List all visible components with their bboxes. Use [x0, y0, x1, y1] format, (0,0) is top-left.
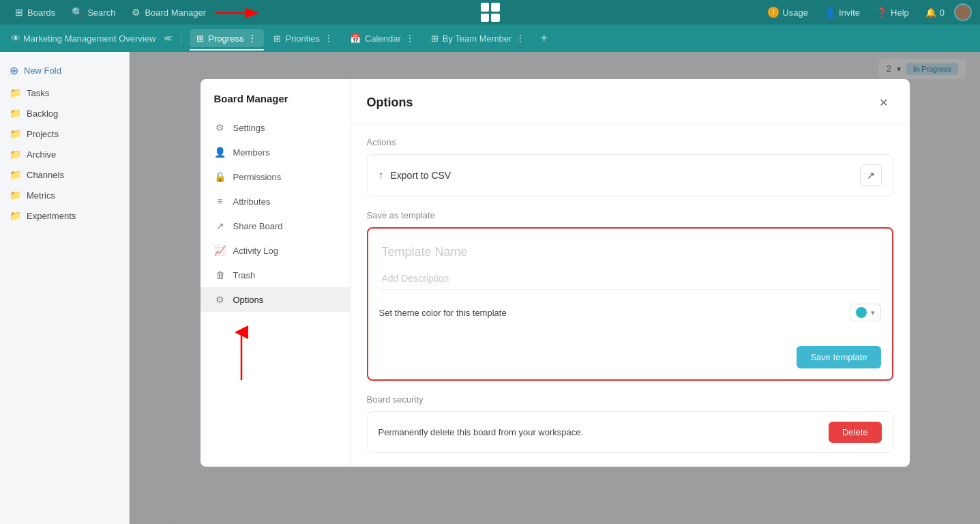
template-description-input[interactable] — [379, 267, 881, 290]
bm-menu-permissions[interactable]: 🔒 Permissions — [201, 164, 350, 189]
invite-label: Invite — [839, 8, 860, 18]
help-label: Help — [891, 8, 909, 18]
trash-icon: 🗑 — [214, 270, 226, 280]
invite-nav-item[interactable]: 👤 Invite — [818, 5, 867, 20]
tab-calendar-options[interactable]: ⋮ — [405, 33, 415, 44]
delete-button[interactable]: Delete — [829, 422, 882, 443]
activity-icon: 📈 — [214, 245, 226, 256]
save-template-button[interactable]: Save template — [797, 346, 880, 368]
bm-menu-settings[interactable]: ⚙ Settings — [201, 115, 350, 140]
top-nav: ⊞ Boards 🔍 Search ⚙ Board Manager ! Usag… — [0, 0, 980, 25]
bm-menu-members[interactable]: 👤 Members — [201, 140, 350, 164]
bell-icon: 🔔 — [925, 8, 936, 18]
help-icon: ❓ — [876, 8, 887, 18]
trash-label: Trash — [233, 270, 256, 280]
bm-menu-share-board[interactable]: ↗ Share Board — [201, 214, 350, 238]
actions-section: Actions ↑ Export to CSV ↗ — [367, 137, 893, 196]
sidebar-item-experiments[interactable]: 📁 Experiments — [0, 205, 129, 226]
usage-nav-item[interactable]: ! Usage — [761, 4, 815, 20]
permissions-icon: 🔒 — [214, 171, 226, 182]
experiments-label: Experiments — [27, 211, 76, 221]
chevron-down-icon: ▾ — [871, 308, 875, 317]
boards-icon: ⊞ — [15, 7, 23, 18]
overlay[interactable]: Board Manager ⚙ Settings 👤 Members 🔒 Per… — [130, 52, 980, 524]
options-body: Actions ↑ Export to CSV ↗ — [351, 123, 910, 467]
theme-color-label: Set theme color for this template — [379, 308, 507, 318]
boards-label: Boards — [27, 8, 55, 18]
sidebar-item-channels[interactable]: 📁 Channels — [0, 164, 129, 185]
folder-icon-archive: 📁 — [10, 149, 21, 160]
attributes-icon: ≡ — [214, 196, 226, 207]
tab-priorities-label: Priorities — [285, 33, 320, 44]
bm-menu-attributes[interactable]: ≡ Attributes — [201, 189, 350, 214]
attributes-label: Attributes — [233, 196, 271, 207]
board-security-label: Board security — [367, 394, 893, 405]
board-manager-nav-item[interactable]: ⚙ Board Manager — [125, 4, 213, 20]
activity-log-label: Activity Log — [233, 246, 278, 256]
folder-icon-backlog: 📁 — [10, 108, 21, 119]
arrow-to-options — [214, 325, 269, 380]
bm-menu-activity-log[interactable]: 📈 Activity Log — [201, 238, 350, 263]
delete-description: Permanently delete this board from your … — [378, 427, 584, 437]
help-nav-item[interactable]: ❓ Help — [870, 5, 916, 20]
share-icon: ↗ — [214, 220, 226, 231]
folder-icon-projects: 📁 — [10, 128, 21, 139]
tab-calendar-label: Calendar — [365, 33, 401, 44]
new-folder-label: New Fold — [24, 66, 61, 76]
theme-color-picker[interactable]: ▾ — [850, 304, 881, 321]
tab-team-label: By Team Member — [443, 33, 512, 44]
board-manager-title: Board Manager — [201, 93, 350, 115]
permissions-label: Permissions — [233, 172, 282, 182]
save-template-section: Save as template Set theme color for thi… — [367, 210, 893, 381]
folder-icon-experiments: 📁 — [10, 210, 21, 221]
tab-priorities[interactable]: ⊞ Priorities ⋮ — [267, 29, 340, 47]
top-nav-right: ! Usage 👤 Invite ❓ Help 🔔 0 — [761, 3, 972, 21]
sidebar-item-archive[interactable]: 📁 Archive — [0, 144, 129, 164]
new-folder-item[interactable]: ⊕ New Fold — [0, 59, 129, 83]
sidebar-item-projects[interactable]: 📁 Projects — [0, 123, 129, 144]
sidebar-item-tasks[interactable]: 📁 Tasks — [0, 83, 129, 103]
folder-icon-tasks: 📁 — [10, 87, 21, 98]
sidebar-item-backlog[interactable]: 📁 Backlog — [0, 103, 129, 123]
members-label: Members — [233, 147, 270, 158]
avatar[interactable] — [954, 3, 972, 21]
export-row: ↑ Export to CSV ↗ — [367, 154, 893, 196]
main-layout: ⊕ New Fold 📁 Tasks 📁 Backlog 📁 Projects … — [0, 52, 980, 524]
add-tab-button[interactable]: + — [535, 29, 553, 48]
search-nav-item[interactable]: 🔍 Search — [65, 4, 122, 20]
security-row: Permanently delete this board from your … — [367, 411, 893, 453]
tab-calendar[interactable]: 📅 Calendar ⋮ — [343, 29, 421, 47]
theme-color-row: Set theme color for this template ▾ — [379, 301, 881, 324]
tab-team-icon: ⊞ — [431, 33, 439, 44]
collapse-arrows[interactable]: ≪ — [164, 33, 173, 43]
members-icon: 👤 — [214, 147, 226, 158]
bm-menu-options[interactable]: ⚙ Options — [201, 287, 350, 312]
tab-progress-options[interactable]: ⋮ — [248, 33, 257, 44]
tab-priorities-options[interactable]: ⋮ — [324, 33, 333, 44]
tab-by-team-member[interactable]: ⊞ By Team Member ⋮ — [424, 29, 533, 47]
search-icon: 🔍 — [72, 7, 83, 18]
board-manager-label: Board Manager — [145, 8, 206, 18]
projects-label: Projects — [27, 129, 59, 139]
settings-label: Settings — [233, 123, 265, 133]
tab-team-options[interactable]: ⋮ — [516, 33, 525, 44]
options-dialog: Options ✕ Actions ↑ Export to CSV — [351, 79, 910, 467]
metrics-label: Metrics — [27, 190, 55, 201]
template-name-input[interactable] — [379, 239, 881, 265]
board-manager-dialog: Board Manager ⚙ Settings 👤 Members 🔒 Per… — [201, 79, 910, 467]
folder-icon-channels: 📁 — [10, 169, 21, 180]
bm-menu-trash[interactable]: 🗑 Trash — [201, 263, 350, 287]
save-template-label: Save as template — [367, 210, 893, 220]
board-security-section: Board security Permanently delete this b… — [367, 394, 893, 453]
plus-icon: ⊕ — [10, 64, 18, 77]
notifications-nav-item[interactable]: 🔔 0 — [919, 5, 951, 20]
sidebar-item-metrics[interactable]: 📁 Metrics — [0, 185, 129, 205]
close-button[interactable]: ✕ — [874, 93, 893, 112]
color-dot — [856, 307, 867, 318]
export-button[interactable]: ↗ — [860, 164, 882, 186]
options-header: Options ✕ — [351, 79, 910, 123]
visibility-icon: 👁 — [11, 33, 20, 44]
tab-progress[interactable]: ⊞ Progress ⋮ — [190, 29, 264, 47]
boards-nav-item[interactable]: ⊞ Boards — [8, 4, 62, 20]
usage-icon: ! — [768, 7, 779, 18]
